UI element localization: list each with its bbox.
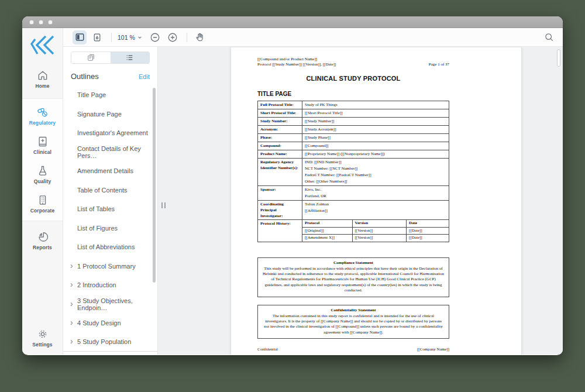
row-value-line: IND: [[IND Number]] [305, 159, 446, 166]
row-value: [[Study Phase]] [302, 134, 449, 142]
row-value: IND: [[IND Number]]NCT Number: [[NCT Num… [302, 159, 449, 186]
sidebar-item-quality[interactable]: Quality [22, 160, 63, 189]
row-value: [[Proprietary Name]] ([[Nonproprietary N… [302, 150, 449, 159]
row-value: Study of PK Things [302, 101, 449, 109]
table-row: Full Protocol Title:Study of PK Things [258, 101, 449, 109]
row-value: [[Study Number]] [302, 118, 449, 126]
chevron-down-icon [137, 35, 142, 40]
document-page: [[Compound and/or Product Name]] Protoco… [230, 47, 522, 355]
panel-resize-handle[interactable] [161, 202, 166, 208]
sidebar-item-home[interactable]: Home [22, 64, 63, 94]
sidebar-item-reports[interactable]: Reports [22, 226, 63, 255]
compliance-statement-box: Compliance Statement This study will be … [257, 257, 449, 297]
sidebar-item-label: Home [22, 83, 63, 89]
outline-item[interactable]: Table of Contents [63, 181, 157, 200]
zoom-out-button[interactable] [148, 30, 162, 44]
window-zoom-button[interactable] [48, 20, 53, 25]
outline-item[interactable]: Contact Details of Key Pers… [63, 143, 157, 162]
row-label: Coordinating Principal Investigator: [258, 201, 302, 220]
row-value-line: [[Compound]] [305, 143, 446, 149]
history-cell: [[Original]] [302, 227, 352, 235]
plus-circle-icon [167, 32, 178, 43]
row-value: Toban Zolman[[Affiliation]] [302, 201, 449, 220]
row-value: [[Compound]] [302, 142, 449, 150]
outline-scrollbar[interactable] [153, 88, 156, 283]
chevron-right-icon[interactable]: › [70, 338, 73, 346]
outline-item[interactable]: ›2 Introduction [63, 276, 157, 295]
outline-item-label: Title Page [77, 91, 106, 98]
page-preview-button[interactable] [90, 30, 104, 44]
history-col-header: Protocol [302, 220, 352, 227]
outline-item[interactable]: ›5 Study Population [63, 333, 157, 352]
table-row: Acronym:[[Study Acronym]] [258, 126, 449, 134]
outline-item[interactable]: ›4 Study Design [63, 314, 157, 333]
search-button[interactable] [542, 30, 556, 44]
doc-section-title: TITLE PAGE [257, 91, 449, 97]
sidebar-item-label: Quality [22, 178, 63, 184]
outline-item-label: List of Tables [77, 205, 115, 212]
row-value-line: Kivo, Inc. [305, 187, 446, 193]
document-viewer: [[Compound and/or Product Name]] Protoco… [158, 47, 563, 355]
outline-item[interactable]: Title Page [63, 85, 157, 105]
outline-item[interactable]: Signature Page [63, 105, 157, 124]
outline-item[interactable]: List of Abbreviations [63, 238, 157, 257]
row-label: Full Protocol Title: [258, 101, 302, 109]
row-value-line: Other: [[Other Numbers]] [305, 178, 446, 185]
doc-page-indicator: Page 1 of 37 [429, 62, 449, 67]
row-value-line: [[Short Protocol Title]] [305, 110, 446, 116]
corporate-building-icon [22, 194, 63, 206]
chevron-right-icon[interactable]: › [70, 262, 73, 270]
confidentiality-statement-box: Confidentiality Statement The informatio… [257, 305, 449, 339]
window-close-button[interactable] [29, 20, 34, 25]
outline-item[interactable]: Amendment Details [63, 161, 157, 181]
tab-outline[interactable] [111, 52, 150, 63]
outline-item[interactable]: Investigator's Agreement [63, 123, 157, 143]
outline-item[interactable]: ›1 Protocol Summary [63, 257, 157, 276]
outline-item[interactable]: List of Tables [63, 200, 157, 219]
outline-item[interactable]: ›3 Study Objectives, Endpoin… [63, 295, 157, 314]
panel-left-icon [75, 32, 85, 42]
viewer-scrollbar[interactable] [557, 49, 560, 67]
row-label: Regulatory Agency Identifier Number(s): [258, 159, 302, 186]
history-row: [[Original]][[Version]][[Date]] [302, 227, 449, 235]
chevron-right-icon[interactable]: › [70, 319, 73, 327]
protocol-history-table: ProtocolVersionDate[[Original]][[Version… [302, 220, 449, 242]
outline-item-label: Signature Page [77, 111, 122, 118]
chevron-right-icon[interactable]: › [70, 281, 73, 289]
hand-icon [195, 32, 205, 42]
hand-pan-button[interactable] [193, 30, 207, 44]
zoom-in-button[interactable] [166, 30, 180, 44]
table-row: Compound:[[Compound]] [258, 142, 449, 150]
doc-header-line2: Protocol [[Study Number]] [[Version]], [… [257, 62, 336, 67]
title-page-table: Full Protocol Title:Study of PK ThingsSh… [257, 101, 449, 242]
outline-item-label: 5 Study Population [77, 338, 131, 345]
sidebar-item-settings[interactable]: Settings [22, 323, 63, 352]
history-cell: [[Date]] [407, 227, 449, 235]
table-row: Short Protocol Title:[[Short Protocol Ti… [258, 109, 449, 118]
tab-thumbnails[interactable] [71, 52, 111, 63]
history-table-cell: ProtocolVersionDate[[Original]][[Version… [302, 220, 449, 242]
table-row: Phase:[[Study Phase]] [258, 134, 449, 142]
history-col-header: Date [407, 220, 449, 227]
history-cell: [[Version]] [352, 227, 407, 235]
row-label: Phase: [258, 134, 302, 142]
sidebar-item-regulatory[interactable]: Regulatory [22, 101, 63, 130]
sidebar-item-corporate[interactable]: Corporate [22, 189, 63, 218]
zoom-level-dropdown[interactable]: 101 % [118, 34, 142, 41]
window-minimize-button[interactable] [39, 20, 43, 25]
history-cell: [[Date]] [407, 235, 449, 242]
panel-toggle-button[interactable] [73, 30, 87, 44]
sidebar-item-label: Corporate [22, 208, 63, 214]
sidebar-item-clinical[interactable]: Clinical [22, 130, 63, 160]
table-row: Protocol History:ProtocolVersionDate[[Or… [258, 220, 449, 242]
outline-item-label: 3 Study Objectives, Endpoin… [77, 297, 157, 311]
row-value-line: EudraCT Number: [[EudraCT Number]] [305, 172, 446, 178]
zoom-level-value: 101 % [118, 34, 135, 41]
chevron-right-icon[interactable]: › [70, 300, 73, 308]
row-label: Study Number: [258, 118, 302, 126]
outline-item[interactable]: List of Figures [63, 219, 157, 238]
regulatory-pills-icon [22, 106, 63, 118]
history-cell: [[Amendment X]] [302, 235, 352, 242]
row-value-line: [[Affiliation]] [305, 208, 446, 214]
outline-edit-link[interactable]: Edit [139, 73, 150, 80]
